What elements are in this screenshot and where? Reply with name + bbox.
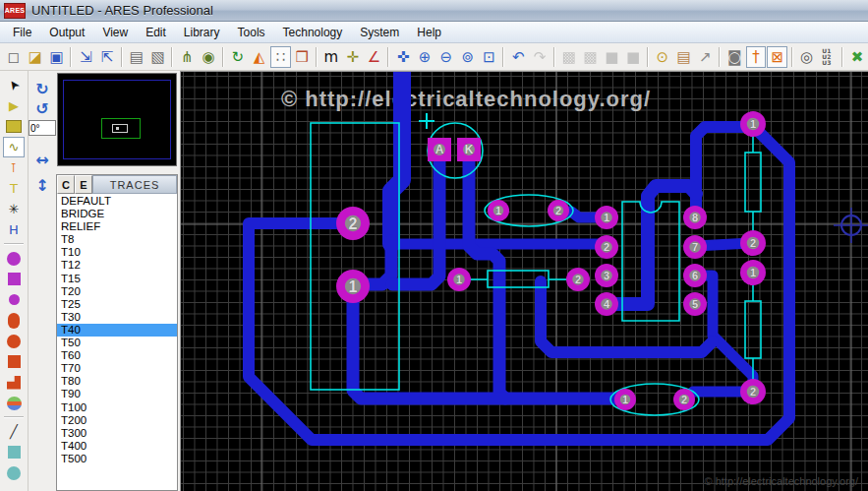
- trace-style-item[interactable]: DEFAULT: [57, 195, 177, 208]
- zoom-in-icon[interactable]: ⊕: [415, 46, 435, 68]
- selection-filter-icon[interactable]: ⊠: [767, 46, 787, 68]
- layer-colours-icon[interactable]: ❒: [292, 46, 313, 68]
- component-list-icon[interactable]: U1 U2 U3: [818, 46, 839, 68]
- print-icon[interactable]: ▤: [126, 46, 146, 68]
- zoom-out-icon[interactable]: ⊖: [435, 46, 456, 68]
- menu-view[interactable]: View: [93, 23, 137, 42]
- redo-icon[interactable]: ↷: [530, 46, 550, 68]
- mark-output-area-icon[interactable]: ▧: [147, 46, 168, 68]
- redraw-icon[interactable]: ↻: [227, 46, 248, 68]
- goto-pointer-icon[interactable]: ↗: [695, 46, 716, 68]
- trace-style-item[interactable]: BRIDGE: [57, 208, 177, 220]
- 2d-circle-mode-icon[interactable]: [3, 462, 25, 483]
- toggle-grid-icon[interactable]: ∷: [270, 46, 291, 68]
- menu-technology[interactable]: Technology: [274, 23, 352, 42]
- copper-trace: [353, 286, 625, 399]
- trace-style-item[interactable]: T300: [57, 427, 177, 440]
- import-region-icon[interactable]: ⇲: [76, 46, 96, 68]
- x-cursor-icon[interactable]: ∠: [364, 46, 384, 68]
- undo-icon[interactable]: ↶: [508, 46, 529, 68]
- trace-style-item[interactable]: T70: [57, 362, 177, 375]
- trace-style-item[interactable]: T8: [57, 233, 177, 246]
- open-design-icon[interactable]: ◪: [25, 46, 45, 68]
- vertical-mirror-icon[interactable]: ↕: [31, 175, 53, 195]
- menu-library[interactable]: Library: [175, 23, 229, 42]
- trace-style-item[interactable]: T10: [57, 246, 177, 259]
- zone-mode-icon[interactable]: T: [3, 178, 25, 199]
- metric-toggle-icon[interactable]: m: [321, 46, 342, 68]
- trace-style-item[interactable]: T15: [57, 273, 177, 285]
- trace-style-item[interactable]: T90: [57, 388, 177, 400]
- design-explorer-icon[interactable]: ◉: [199, 46, 219, 68]
- connectivity-highlight-mode-icon[interactable]: H: [3, 219, 25, 240]
- ratsnest-mode-icon[interactable]: ✳: [3, 199, 25, 219]
- menu-system[interactable]: System: [351, 23, 408, 42]
- new-file-icon[interactable]: ◻: [4, 46, 25, 68]
- via-mode-icon[interactable]: ⊺: [3, 157, 25, 178]
- design-overview[interactable]: [57, 73, 177, 166]
- false-origin-icon[interactable]: ✛: [342, 46, 363, 68]
- trace-style-item[interactable]: T200: [57, 414, 177, 427]
- component-mode-icon[interactable]: ▶: [3, 95, 25, 116]
- polygonal-pad-mode-icon[interactable]: [3, 372, 25, 393]
- flip-view-icon[interactable]: ◭: [249, 46, 269, 68]
- menu-tools[interactable]: Tools: [229, 23, 274, 42]
- round-pad-mode-icon[interactable]: [3, 248, 25, 269]
- rotation-angle-input[interactable]: [29, 120, 56, 136]
- trace-style-item[interactable]: T80: [57, 375, 177, 388]
- menu-edit[interactable]: Edit: [137, 23, 175, 42]
- menu-output[interactable]: Output: [40, 23, 93, 42]
- block-copy-icon[interactable]: ▩: [558, 46, 579, 68]
- trace-style-item[interactable]: T25: [57, 298, 177, 311]
- trace-style-item[interactable]: T12: [57, 259, 177, 272]
- trace-style-item[interactable]: T30: [57, 311, 177, 324]
- export-region-icon[interactable]: ⇱: [97, 46, 118, 68]
- toolbar-separator: [222, 47, 224, 67]
- trace-style-item[interactable]: T400: [57, 440, 177, 453]
- zoom-all-icon[interactable]: ⊚: [457, 46, 478, 68]
- trace-mode-icon[interactable]: ∿: [3, 137, 25, 157]
- mode-toolbar: ➤▶∿⊺T✳H╱: [0, 71, 29, 491]
- pcb-editing-area[interactable]: © http://electricaltechnology.org/211212…: [180, 71, 868, 491]
- trace-style-item[interactable]: RELIEF: [57, 220, 177, 233]
- netlist-transfer-icon[interactable]: ⋔: [177, 46, 198, 68]
- edit-style-button[interactable]: E: [75, 175, 92, 194]
- toolbar-separator: [502, 47, 504, 67]
- square-pad-mode-icon[interactable]: [3, 269, 25, 289]
- rect-smd-pad-mode-icon[interactable]: [3, 351, 25, 372]
- menu-file[interactable]: File: [4, 23, 40, 42]
- trace-style-item[interactable]: T500: [57, 453, 177, 465]
- package-mode-icon[interactable]: [3, 116, 25, 137]
- horizontal-mirror-icon[interactable]: ↔: [31, 150, 53, 169]
- auto-router-icon[interactable]: ✖: [847, 46, 868, 68]
- trace-style-item[interactable]: T20: [57, 285, 177, 298]
- block-delete-icon[interactable]: ■: [623, 46, 644, 68]
- circular-smd-pad-mode-icon[interactable]: [3, 331, 25, 351]
- make-package-icon[interactable]: ▤: [673, 46, 694, 68]
- search-and-tag-icon[interactable]: ◎: [796, 46, 817, 68]
- menu-help[interactable]: Help: [408, 23, 450, 42]
- trace-style-item[interactable]: T100: [57, 401, 177, 414]
- trace-style-item[interactable]: T50: [57, 337, 177, 349]
- dil-pad-mode-icon[interactable]: [3, 289, 25, 310]
- padstack-mode-icon[interactable]: [3, 393, 25, 413]
- trace-style-item[interactable]: T40: [57, 324, 177, 337]
- rotate-anticlockwise-icon[interactable]: ↺: [31, 98, 53, 118]
- 2d-box-mode-icon[interactable]: [3, 442, 25, 462]
- toolbar-separator: [171, 47, 173, 67]
- smd-pad-mode-icon[interactable]: [3, 310, 25, 331]
- rotate-clockwise-icon[interactable]: ↻: [31, 79, 53, 98]
- 2d-line-mode-icon[interactable]: ╱: [3, 421, 25, 442]
- pick-parts-icon[interactable]: ⊙: [652, 46, 672, 68]
- block-move-icon[interactable]: ▩: [580, 46, 601, 68]
- save-design-icon[interactable]: ▣: [46, 46, 67, 68]
- trace-angle-lock-icon[interactable]: †: [746, 46, 767, 68]
- trace-style-item[interactable]: T60: [57, 349, 177, 362]
- create-style-button[interactable]: C: [57, 175, 75, 194]
- pan-icon[interactable]: ✜: [393, 46, 414, 68]
- watermark-text: © http://electricaltechnology.org/: [281, 87, 651, 111]
- block-rotate-icon[interactable]: ■: [602, 46, 622, 68]
- design-rule-lock-icon[interactable]: ◙: [724, 46, 745, 68]
- zoom-area-icon[interactable]: ⊡: [479, 46, 499, 68]
- title-bar[interactable]: ARES UNTITLED - ARES Professional: [0, 0, 868, 22]
